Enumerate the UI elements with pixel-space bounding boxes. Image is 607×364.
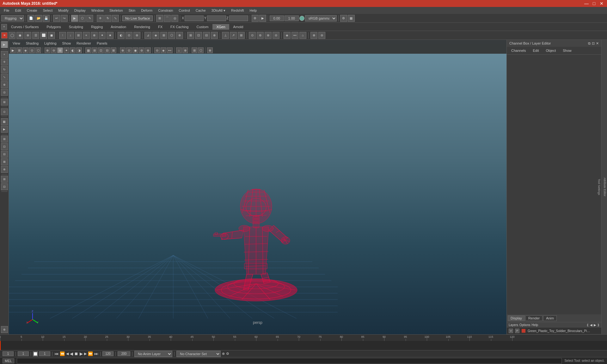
vp-icon-24[interactable]: ⊷ — [167, 47, 173, 53]
toolbar-icon-37[interactable]: ⊕ — [310, 32, 317, 39]
menu-help[interactable]: Help — [247, 8, 259, 13]
nav-last-icon[interactable]: ⟫ — [598, 323, 599, 327]
tab-rigging[interactable]: Rigging — [87, 24, 107, 30]
toolbar-icon-25[interactable]: ⊟ — [203, 32, 210, 39]
vp-icon-18[interactable]: ⊙ — [126, 47, 132, 53]
show-manip-btn[interactable]: ⊙ — [1, 108, 8, 115]
toolbar-icon-32[interactable]: ⊛ — [265, 32, 272, 39]
vp-icon-6[interactable]: ⊕ — [45, 47, 50, 53]
shelf-btn-2[interactable]: ⊡ — [1, 143, 8, 150]
toolbar-icon-1[interactable]: ✕ — [1, 32, 8, 39]
module-icon[interactable]: ≡ — [1, 24, 7, 30]
toolbar-icon-35[interactable]: ⊷ — [291, 32, 298, 39]
toolbar-icon-16[interactable]: ⊙ — [126, 32, 132, 39]
color-circle[interactable] — [299, 16, 304, 21]
snap-grid-icon[interactable]: ⊞ — [156, 15, 163, 22]
pb-play-fwd-btn[interactable]: ▶ — [80, 351, 83, 356]
redo-icon[interactable]: ↪ — [61, 15, 68, 22]
tab-polygons[interactable]: Polygons — [43, 24, 64, 30]
vp-icon-19[interactable]: ◉ — [132, 47, 138, 53]
vp-icon-25[interactable]: ⌂ — [176, 47, 182, 53]
vp-icon-2[interactable]: ⊞ — [16, 47, 22, 53]
vp-icon-4[interactable]: ⊙ — [29, 47, 35, 53]
timeline-bar[interactable] — [0, 341, 607, 350]
shelf-btn-1[interactable]: ⊞ — [1, 136, 8, 143]
pb-next-key-btn[interactable]: ▶ — [84, 352, 87, 356]
toolbar-icon-15[interactable]: ◐ — [118, 32, 125, 39]
ch-tab-object[interactable]: Object — [543, 48, 559, 53]
layer-visibility-v[interactable]: V — [509, 329, 513, 333]
pb-play-back-btn[interactable]: ◀ — [70, 351, 73, 356]
tab-animation[interactable]: Animation — [107, 24, 130, 30]
vp-icon-20[interactable]: ⊚ — [139, 47, 144, 53]
toolbar-icon-36[interactable]: ⌂ — [299, 32, 306, 39]
vp-icon-15[interactable]: ⊟ — [104, 47, 110, 53]
menu-redshift[interactable]: Redshift — [229, 8, 246, 13]
toolbar-icon-27[interactable]: ⊥ — [222, 32, 229, 39]
vp-icon-29[interactable]: ⊕ — [207, 47, 213, 53]
viewport[interactable]: View Shading Lighting Show Renderer Pane… — [9, 40, 506, 334]
menu-deform[interactable]: Deform — [138, 8, 155, 13]
vp-icon-16[interactable]: ⊠ — [111, 47, 116, 53]
vp-icon-28[interactable]: ⬡ — [198, 47, 204, 53]
menu-modify[interactable]: Modify — [56, 8, 71, 13]
vp-icon-1[interactable]: ▶ — [10, 47, 16, 53]
snap-curve-icon[interactable]: ⌒ — [164, 15, 171, 22]
no-live-surface-button[interactable]: No Live Surface — [122, 15, 153, 21]
toolbar-icon-10[interactable]: ⊞ — [75, 32, 82, 39]
character-set-dropdown[interactable]: No Character Set — [176, 351, 221, 357]
vp-icon-9[interactable]: ✦ — [64, 47, 69, 53]
toolbar-icon-8[interactable]: ↑ — [59, 32, 66, 39]
tool-settings-label[interactable]: Tool Settings — [598, 179, 601, 195]
vp-icon-17[interactable]: ⊕ — [120, 47, 126, 53]
toolbar-icon-34[interactable]: ◈ — [284, 32, 291, 39]
vp-tab-lighting[interactable]: Lighting — [42, 41, 59, 46]
menu-control[interactable]: Control — [176, 8, 192, 13]
dra-tab-anim[interactable]: Anim — [543, 315, 557, 321]
minimize-button[interactable]: — — [584, 1, 589, 6]
window-controls[interactable]: — □ ✕ — [584, 1, 604, 6]
current-frame-input[interactable] — [3, 351, 14, 356]
render-settings-icon[interactable]: ⚙ — [252, 15, 259, 22]
snap-point-icon[interactable]: ◎ — [171, 15, 178, 22]
channel-box-resize[interactable]: ⧉ — [588, 41, 591, 46]
dra-tab-display[interactable]: Display — [508, 315, 525, 321]
menu-constrain[interactable]: Constrain — [156, 8, 175, 13]
vp-icon-7[interactable]: ⊖ — [51, 47, 57, 53]
toolbar-icon-7[interactable]: ◼ — [48, 32, 55, 39]
rotate-icon[interactable]: ↻ — [104, 15, 111, 22]
options-menu[interactable]: Options — [519, 323, 530, 327]
tab-fx-caching[interactable]: FX Caching — [167, 24, 192, 30]
vp-icon-13[interactable]: ⊞ — [92, 47, 97, 53]
frame-display-input[interactable] — [39, 351, 50, 356]
char-set-settings-icon[interactable]: ⚙ — [226, 352, 229, 356]
toolbar-icon-33[interactable]: ⊝ — [273, 32, 279, 39]
ch-tab-edit[interactable]: Edit — [530, 48, 542, 53]
menu-edit[interactable]: Edit — [13, 8, 24, 13]
attr-editor-label[interactable]: Attribute Editor — [603, 178, 606, 197]
pb-prev-key-btn[interactable]: ◀ — [66, 352, 69, 356]
toolbar-icon-24[interactable]: ⊡ — [195, 32, 202, 39]
lasso-icon[interactable]: ⬡ — [79, 15, 86, 22]
shelf-btn-8[interactable]: ⊕ — [1, 326, 8, 333]
tab-custom[interactable]: Custom — [193, 24, 212, 30]
vp-tab-panels[interactable]: Panels — [94, 41, 110, 46]
vp-tab-renderer[interactable]: Renderer — [74, 41, 94, 46]
help-menu[interactable]: Help — [531, 323, 538, 327]
nav-prev-icon[interactable]: ◀ — [590, 323, 592, 327]
render-region-btn[interactable]: ▦ — [1, 118, 8, 125]
layers-menu[interactable]: Layers — [509, 323, 518, 327]
toolbar-icon-26[interactable]: ⊕ — [211, 32, 218, 39]
toolbar-icon-21[interactable]: ⬡ — [168, 32, 175, 39]
tab-curves-surfaces[interactable]: Curves / Surfaces — [7, 24, 42, 30]
vp-icon-5[interactable]: ⬡ — [35, 47, 41, 53]
pb-go-start-btn[interactable]: ⏮ — [54, 351, 58, 356]
channel-box-close[interactable]: ✕ — [596, 41, 599, 46]
grid-display-icon[interactable]: ▦ — [348, 15, 355, 22]
menu-skin[interactable]: Skin — [126, 8, 138, 13]
timeline-ruler[interactable]: 0510152025303540455055606570758085909510… — [0, 335, 607, 341]
toolbar-icon-12[interactable]: ⊗ — [91, 32, 98, 39]
universal-tool-btn[interactable]: ⊕ — [1, 81, 8, 88]
vp-icon-21[interactable]: ⊛ — [145, 47, 151, 53]
scale-icon[interactable]: ⤡ — [112, 15, 119, 22]
